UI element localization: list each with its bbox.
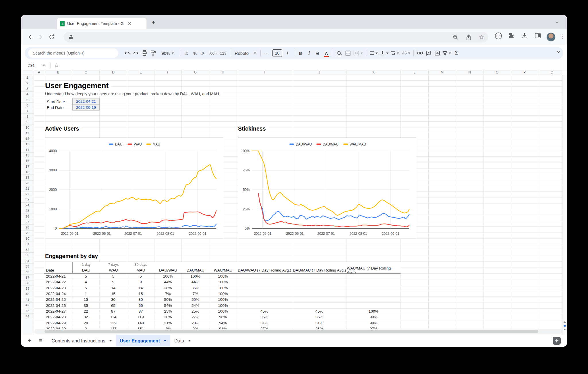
table-cell[interactable]: 100% [154,274,182,279]
row-header[interactable]: 38 [21,280,34,286]
table-cell[interactable] [237,285,292,291]
row-header[interactable]: 7 [21,108,34,114]
table-cell[interactable]: 100% [209,303,237,308]
table-cell[interactable] [347,297,401,303]
column-header[interactable]: M [429,70,456,75]
column-header[interactable]: K [347,70,401,75]
table-cell[interactable]: 31% [237,320,292,326]
table-cell[interactable]: 9 [100,279,127,285]
row-header[interactable]: 15 [21,153,34,158]
row-header[interactable]: 19 [21,175,34,180]
table-cell[interactable]: 114 [100,314,127,320]
table-cell[interactable]: 100% [347,309,401,314]
row-header[interactable]: 5 [21,97,34,102]
table-header-cell[interactable]: Date [44,268,72,273]
row-header[interactable]: 43 [21,308,34,313]
table-header-cell[interactable]: 1 day [72,262,100,268]
column-header[interactable]: I [237,70,292,75]
sheet-tab-contents[interactable]: Contents and Instructions [48,335,116,347]
table-cell[interactable]: 21% [154,320,182,326]
row-header[interactable]: 17 [21,164,34,169]
table-cell[interactable]: 87 [100,309,127,314]
row-header[interactable]: 11 [21,130,34,136]
all-sheets-menu-icon[interactable]: ≡ [39,337,42,344]
table-header-cell[interactable] [209,262,237,268]
table-header-cell[interactable]: 30 days [127,262,154,268]
table-cell[interactable]: 1 [72,291,100,297]
sheet-tab-data[interactable]: Data [170,335,195,347]
insert-comment-button[interactable] [424,49,433,58]
cells-area[interactable]: User Engagement Understand how deeply yo… [34,75,562,335]
row-header[interactable]: 14 [21,147,34,152]
insert-link-button[interactable] [416,49,424,58]
table-cell[interactable]: 27% [182,314,209,320]
horizontal-scrollbar-thumb[interactable] [45,330,538,333]
row-header[interactable]: 16 [21,158,34,164]
font-size-input[interactable]: 10 [271,49,283,58]
column-header[interactable]: O [483,70,511,75]
table-cell[interactable]: 2022-04-29 [44,320,72,326]
table-header-cell[interactable] [44,262,72,268]
table-cell[interactable]: 100% [209,279,237,285]
tab-search-chevron-icon[interactable] [555,20,559,24]
row-header[interactable]: 22 [21,191,34,197]
table-header-cell[interactable]: DAU [72,268,100,273]
table-cell[interactable] [292,291,347,297]
table-cell[interactable]: 14 [100,285,127,291]
column-header[interactable]: L [401,70,429,75]
table-cell[interactable] [237,279,292,285]
row-header[interactable]: 37 [21,275,34,280]
row-header[interactable]: 6 [21,103,34,108]
table-cell[interactable]: 25% [182,309,209,314]
formula-input[interactable] [58,61,567,70]
table-cell[interactable]: 20% [182,320,209,326]
table-cell[interactable]: 100% [182,274,209,279]
download-icon[interactable] [521,32,528,39]
explore-button[interactable] [553,337,561,345]
table-cell[interactable]: 2022-04-24 [44,291,72,297]
table-cell[interactable]: 36% [182,285,209,291]
table-header-cell[interactable] [154,262,182,268]
table-cell[interactable]: 32 [72,314,100,320]
table-cell[interactable]: 2022-04-27 [44,309,72,314]
row-header[interactable]: 13 [21,142,34,147]
table-cell[interactable]: 45% [237,309,292,314]
table-header-cell[interactable]: WAU [100,268,127,273]
table-cell[interactable]: 36% [154,285,182,291]
table-header-cell[interactable] [182,262,209,268]
horizontal-scrollbar[interactable] [34,329,562,334]
column-header[interactable]: G [182,70,209,75]
table-cell[interactable]: 50% [154,297,182,303]
row-header[interactable]: 21 [21,186,34,191]
tab-close-icon[interactable]: ✕ [128,21,131,26]
table-cell[interactable]: 2022-04-23 [44,285,72,291]
format-currency-button[interactable]: £ [182,49,191,58]
table-header-cell[interactable]: WAU/MAU (7 Day Rolling Avg.) [347,268,401,273]
row-header[interactable]: 41 [21,297,34,303]
scroll-up-arrow-icon[interactable] [563,321,566,323]
table-cell[interactable]: 44% [182,279,209,285]
vertical-scrollbar-thumb[interactable] [564,325,566,327]
row-header[interactable]: 12 [21,136,34,142]
table-cell[interactable]: 119 [127,314,154,320]
format-percent-button[interactable]: % [191,49,200,58]
table-cell[interactable]: 14 [127,285,154,291]
row-header[interactable]: 44 [21,314,34,319]
table-cell[interactable]: 5 [72,285,100,291]
table-cell[interactable]: 87 [127,309,154,314]
table-cell[interactable]: 45% [292,309,347,314]
print-button[interactable] [140,49,149,58]
table-cell[interactable]: 148 [127,320,154,326]
row-header[interactable]: 10 [21,125,34,130]
decrease-font-size-button[interactable]: − [263,49,271,58]
forward-icon[interactable] [37,34,43,40]
stickiness-chart[interactable]: 0%25%50%75%100%2022-05-012022-06-012022-… [238,137,416,239]
select-all-corner[interactable] [21,70,34,75]
bold-button[interactable]: B [296,49,305,58]
table-header-cell[interactable]: 7 days [100,262,127,268]
increase-decimals-button[interactable]: .00→ [208,49,219,58]
table-cell[interactable]: 5 [72,274,100,279]
table-cell[interactable]: 139 [100,320,127,326]
row-header[interactable]: 40 [21,291,34,297]
undo-button[interactable] [123,49,131,58]
